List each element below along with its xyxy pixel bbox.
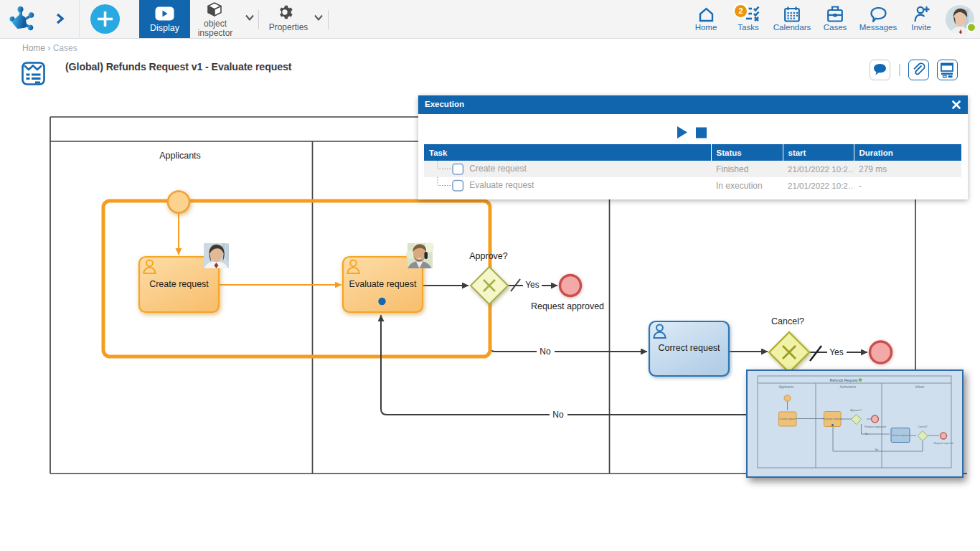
svg-text:No: No [875, 448, 879, 451]
svg-text:Create request: Create request [149, 279, 209, 289]
svg-text:Yes: Yes [525, 280, 540, 290]
svg-text:Request approved: Request approved [864, 425, 885, 428]
svg-text:Correct request: Correct request [658, 343, 720, 353]
svg-text:Request approved: Request approved [531, 301, 604, 311]
svg-text:Correct request: Correct request [892, 434, 910, 437]
svg-text:Authorizers: Authorizers [840, 385, 857, 389]
svg-text:Create request: Create request [779, 418, 796, 420]
svg-text:Applicants: Applicants [779, 385, 795, 389]
svg-text:Cancel?: Cancel? [771, 316, 804, 326]
svg-text:Request rejected: Request rejected [933, 442, 953, 445]
svg-text:No: No [540, 347, 551, 357]
svg-text:Refunds Request: Refunds Request [830, 378, 858, 382]
svg-text:Infostr: Infostr [915, 385, 925, 389]
svg-text:No: No [865, 433, 869, 435]
svg-text:Evaluate request: Evaluate request [349, 279, 417, 289]
svg-text:Applicants: Applicants [159, 151, 201, 161]
svg-text:Yes: Yes [829, 347, 844, 357]
svg-text:Approve?: Approve? [850, 409, 861, 412]
svg-text:Approve?: Approve? [469, 251, 508, 261]
svg-text:Evaluate request: Evaluate request [823, 418, 842, 420]
svg-text:Cancel?: Cancel? [918, 425, 927, 428]
svg-text:No: No [552, 410, 564, 420]
